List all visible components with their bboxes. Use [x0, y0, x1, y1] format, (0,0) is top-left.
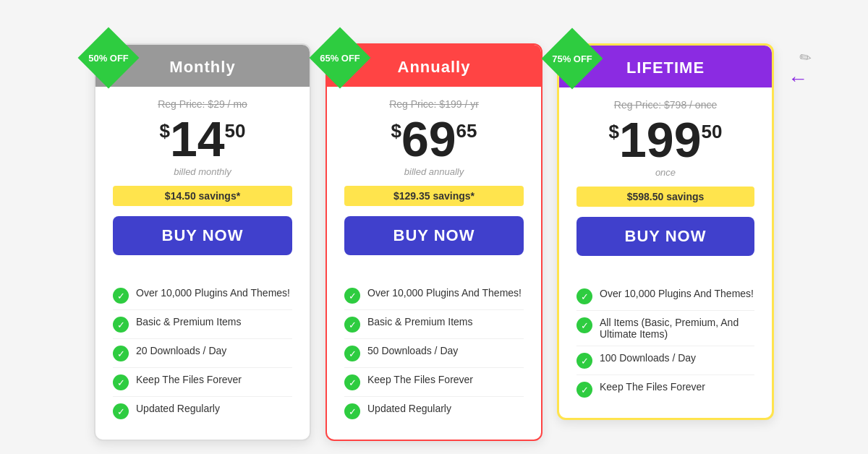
- discount-badge-text-annually: 65% OFF: [311, 29, 369, 87]
- check-icon: ✓: [113, 288, 129, 304]
- feature-item: ✓Over 10,000 Plugins And Themes!: [113, 281, 292, 310]
- discount-badge-text-monthly: 50% OFF: [80, 29, 137, 87]
- card-body-annually: Reg Price: $199 / yr$6965billed annually…: [327, 87, 541, 274]
- discount-badge-annually: 65% OFF: [311, 29, 369, 87]
- reg-price-annually: Reg Price: $199 / yr: [344, 98, 524, 110]
- savings-badge-lifetime: $598.50 savings: [576, 187, 754, 207]
- feature-item: ✓20 Downloads / Day: [113, 339, 292, 368]
- buy-btn-monthly[interactable]: BUY NOW: [113, 216, 292, 255]
- features-list-annually: ✓Over 10,000 Plugins And Themes!✓Basic &…: [327, 274, 541, 425]
- feature-text: Keep The Files Forever: [367, 374, 473, 385]
- feature-item: ✓Over 10,000 Plugins And Themes!: [576, 282, 754, 311]
- buy-btn-lifetime[interactable]: BUY NOW: [576, 217, 754, 256]
- buy-btn-annually[interactable]: BUY NOW: [344, 216, 524, 255]
- feature-text: Basic & Premium Items: [367, 316, 472, 327]
- feature-text: 20 Downloads / Day: [136, 345, 226, 356]
- reg-price-monthly: Reg Price: $29 / mo: [113, 98, 292, 110]
- check-icon: ✓: [576, 382, 592, 398]
- feature-item: ✓Basic & Premium Items: [113, 310, 292, 339]
- card-body-lifetime: Reg Price: $798 / once$19950once$598.50 …: [559, 87, 772, 275]
- feature-item: ✓Over 10,000 Plugins And Themes!: [344, 281, 524, 310]
- scribble-decoration: ✏: [798, 48, 813, 68]
- billed-text-annually: billed annually: [344, 166, 524, 177]
- feature-text: Over 10,000 Plugins And Themes!: [600, 288, 754, 299]
- check-icon: ✓: [113, 317, 129, 333]
- pricing-container: 50% OFFMonthlyReg Price: $29 / mo$1450bi…: [65, 0, 803, 454]
- feature-text: All Items (Basic, Premium, And Ultimate …: [600, 317, 754, 340]
- feature-text: Basic & Premium Items: [136, 316, 241, 327]
- feature-item: ✓Updated Regularly: [344, 397, 524, 425]
- arrow-decoration: ←: [788, 67, 808, 90]
- feature-text: Updated Regularly: [367, 403, 451, 414]
- price-row-monthly: $1450: [113, 114, 292, 163]
- feature-item: ✓Updated Regularly: [113, 397, 292, 425]
- reg-price-lifetime: Reg Price: $798 / once: [576, 99, 754, 111]
- features-list-lifetime: ✓Over 10,000 Plugins And Themes!✓All Ite…: [559, 275, 772, 403]
- check-icon: ✓: [113, 403, 129, 419]
- discount-badge-text-lifetime: 75% OFF: [543, 30, 601, 87]
- discount-badge-lifetime: 75% OFF: [543, 30, 601, 87]
- feature-text: Over 10,000 Plugins And Themes!: [367, 287, 522, 299]
- price-main-lifetime: 199: [619, 115, 701, 164]
- feature-item: ✓100 Downloads / Day: [576, 346, 754, 375]
- feature-text: 100 Downloads / Day: [600, 352, 696, 364]
- savings-badge-annually: $129.35 savings*: [344, 186, 524, 206]
- feature-item: ✓Keep The Files Forever: [113, 368, 292, 397]
- price-row-annually: $6965: [344, 114, 524, 163]
- check-icon: ✓: [344, 288, 360, 304]
- feature-item: ✓Basic & Premium Items: [344, 310, 524, 339]
- check-icon: ✓: [113, 374, 129, 390]
- price-cents-monthly: 50: [225, 120, 246, 142]
- check-icon: ✓: [576, 317, 592, 333]
- price-main-annually: 69: [401, 114, 456, 163]
- currency-annually: $: [391, 120, 401, 142]
- price-main-monthly: 14: [170, 114, 225, 163]
- feature-item: ✓Keep The Files Forever: [576, 375, 754, 403]
- price-row-lifetime: $19950: [576, 115, 754, 164]
- price-cents-lifetime: 50: [702, 121, 723, 143]
- check-icon: ✓: [344, 374, 360, 390]
- billed-text-monthly: billed monthly: [113, 166, 292, 177]
- billed-text-lifetime: once: [576, 167, 754, 178]
- feature-item: ✓All Items (Basic, Premium, And Ultimate…: [576, 311, 754, 346]
- check-icon: ✓: [344, 403, 360, 419]
- pricing-card-monthly: 50% OFFMonthlyReg Price: $29 / mo$1450bi…: [94, 43, 311, 441]
- feature-text: Keep The Files Forever: [136, 374, 242, 385]
- feature-item: ✓Keep The Files Forever: [344, 368, 524, 397]
- check-icon: ✓: [344, 317, 360, 333]
- feature-item: ✓50 Downloads / Day: [344, 339, 524, 368]
- card-body-monthly: Reg Price: $29 / mo$1450billed monthly$1…: [95, 87, 310, 274]
- check-icon: ✓: [344, 346, 360, 361]
- feature-text: Keep The Files Forever: [600, 381, 705, 393]
- feature-text: 50 Downloads / Day: [367, 345, 458, 356]
- features-list-monthly: ✓Over 10,000 Plugins And Themes!✓Basic &…: [95, 274, 310, 425]
- discount-badge-monthly: 50% OFF: [80, 29, 137, 87]
- price-cents-annually: 65: [456, 120, 477, 142]
- currency-monthly: $: [159, 120, 169, 142]
- currency-lifetime: $: [609, 121, 619, 143]
- check-icon: ✓: [576, 353, 592, 369]
- check-icon: ✓: [576, 288, 592, 304]
- feature-text: Updated Regularly: [136, 403, 220, 414]
- savings-badge-monthly: $14.50 savings*: [113, 186, 292, 206]
- feature-text: Over 10,000 Plugins And Themes!: [136, 287, 290, 299]
- pricing-card-annually: 65% OFFAnnuallyReg Price: $199 / yr$6965…: [326, 43, 542, 441]
- pricing-card-lifetime: 75% OFF←✏LIFETIMEReg Price: $798 / once$…: [557, 43, 774, 420]
- check-icon: ✓: [113, 346, 129, 361]
